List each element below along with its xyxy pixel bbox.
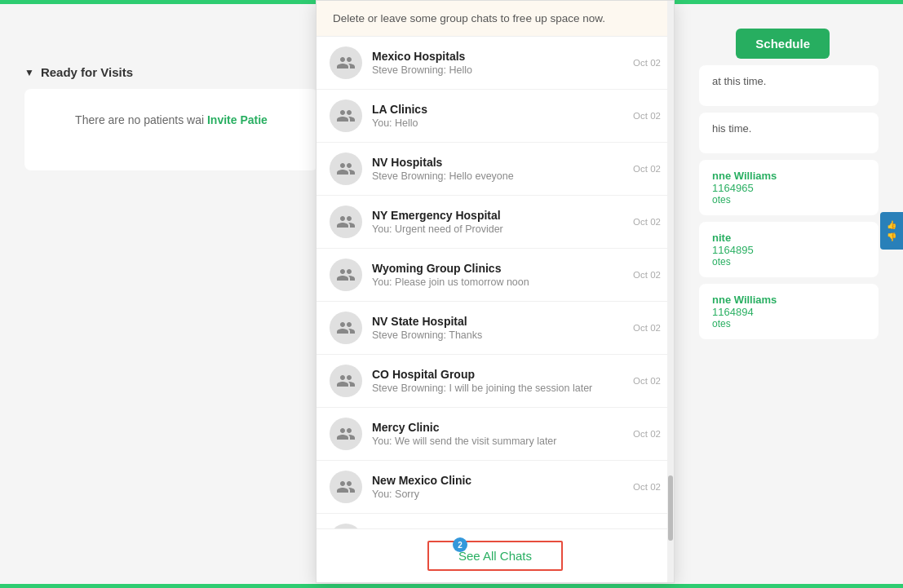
chat-name: Mexico Hospitals xyxy=(372,50,626,63)
chat-list-item[interactable]: NY Emergency Hospital You: Urgent need o… xyxy=(316,196,674,249)
notes-link-1[interactable]: otes xyxy=(712,194,865,206)
chat-name: LA Clinics xyxy=(372,103,626,116)
scrollbar-thumb[interactable] xyxy=(668,475,673,541)
no-patients-card: There are no patients wai Invite Patie xyxy=(24,89,318,170)
info-card-3: nne Williams 1164965 otes xyxy=(699,160,879,215)
ready-for-visits-section: ▼ Ready for Visits There are no patients… xyxy=(24,65,318,170)
chat-list-item[interactable]: NV Hospitals Steve Browning: Hello eveyo… xyxy=(316,143,674,196)
chat-avatar xyxy=(330,153,362,185)
chat-avatar xyxy=(330,471,362,503)
chat-preview: Steve Browning: Thanks xyxy=(372,329,626,341)
chat-content: NV Hospitals Steve Browning: Hello eveyo… xyxy=(372,156,626,182)
chat-preview: You: We will send the visit summary late… xyxy=(372,435,626,447)
chat-dropdown-panel: Delete or leave some group chats to free… xyxy=(316,0,675,583)
chevron-down-icon: ▼ xyxy=(24,67,34,78)
chat-list-item[interactable]: NV State Hospital Steve Browning: Thanks… xyxy=(316,302,674,355)
chat-list-item[interactable]: New Mexico Clinic You: Sorry Oct 02 xyxy=(316,461,674,514)
chat-date: Oct 02 xyxy=(633,323,661,333)
ready-title: ▼ Ready for Visits xyxy=(24,65,318,79)
chat-date: Oct 02 xyxy=(633,270,661,280)
chat-preview: You: Please join us tomorrow noon xyxy=(372,276,626,288)
thumbs-up-icon: 👍 xyxy=(887,220,896,229)
chat-name: CO Hospital Group xyxy=(372,368,626,381)
info-card-4: nite 1164895 otes xyxy=(699,222,879,277)
bottom-green-bar xyxy=(0,584,903,588)
chat-content: Wyoming Group Clinics You: Please join u… xyxy=(372,262,626,288)
chat-preview: Steve Browning: I will be joining the se… xyxy=(372,382,626,394)
chat-name: NV State Hospital xyxy=(372,315,626,328)
chat-list-item[interactable]: Mexico Hospitals Steve Browning: Hello O… xyxy=(316,37,674,90)
chat-list-item[interactable]: Mercy Clinic You: We will send the visit… xyxy=(316,408,674,461)
schedule-button[interactable]: Schedule xyxy=(736,29,830,59)
see-all-outline: See All Chats xyxy=(427,541,563,571)
chat-content: Mercy Clinic You: We will send the visit… xyxy=(372,421,626,447)
see-all-footer: 2 See All Chats xyxy=(316,528,674,582)
info-card-5: nne Williams 1164894 otes xyxy=(699,284,879,339)
chat-preview: You: Hello xyxy=(372,117,626,129)
invite-patients-link[interactable]: Invite Patie xyxy=(207,113,268,126)
chat-list-item[interactable]: LA Clinics You: Hello Oct 02 xyxy=(316,90,674,143)
chat-preview: You: Urgent need of Provider xyxy=(372,223,626,235)
chat-avatar xyxy=(330,259,362,291)
chat-avatar xyxy=(330,418,362,450)
chat-date: Oct 02 xyxy=(633,482,661,492)
chat-name: NY Emergency Hospital xyxy=(372,209,626,222)
chat-avatar xyxy=(330,206,362,238)
chat-content: New Mexico Clinic You: Sorry xyxy=(372,474,626,500)
chat-date: Oct 02 xyxy=(633,429,661,439)
chat-list-item[interactable]: Wyoming Group Clinics You: Please join u… xyxy=(316,249,674,302)
badge-count: 2 xyxy=(453,537,467,552)
notes-link-2[interactable]: otes xyxy=(712,256,865,267)
chat-name: Wyoming Group Clinics xyxy=(372,262,626,275)
chat-content: NV State Hospital Steve Browning: Thanks xyxy=(372,315,626,341)
chat-preview: You: Sorry xyxy=(372,489,626,500)
chat-content: CO Hospital Group Steve Browning: I will… xyxy=(372,368,626,394)
chat-avatar xyxy=(330,99,362,132)
chat-content: LA Clinics You: Hello xyxy=(372,103,626,129)
chat-date: Oct 02 xyxy=(633,111,661,121)
chat-list-item[interactable]: CO Hospital Group Steve Browning: I will… xyxy=(316,355,674,408)
chat-list-item[interactable]: Idaho Clinic You: You're welcome Oct 02 xyxy=(316,514,674,528)
right-info-cards: at this time. his time. nne Williams 116… xyxy=(699,65,879,339)
chat-name: New Mexico Clinic xyxy=(372,474,626,487)
chat-name: NV Hospitals xyxy=(372,156,626,169)
chat-preview: Steve Browning: Hello eveyone xyxy=(372,170,626,182)
chat-name: Mercy Clinic xyxy=(372,421,626,434)
chat-content: NY Emergency Hospital You: Urgent need o… xyxy=(372,209,626,235)
chat-list[interactable]: Mexico Hospitals Steve Browning: Hello O… xyxy=(316,37,674,528)
warning-banner: Delete or leave some group chats to free… xyxy=(316,1,674,37)
scrollbar-track[interactable] xyxy=(667,1,674,582)
info-card-1: at this time. xyxy=(699,65,879,106)
thumbs-down-icon: 👎 xyxy=(887,232,896,241)
notes-link-3[interactable]: otes xyxy=(712,318,865,329)
info-card-2: his time. xyxy=(699,113,879,153)
chat-content: Mexico Hospitals Steve Browning: Hello xyxy=(372,50,626,76)
chat-avatar xyxy=(330,365,362,397)
chat-preview: Steve Browning: Hello xyxy=(372,64,626,76)
feedback-tab[interactable]: 👍 👎 xyxy=(880,212,903,250)
chat-date: Oct 02 xyxy=(633,217,661,227)
chat-date: Oct 02 xyxy=(633,58,661,68)
chat-date: Oct 02 xyxy=(633,376,661,386)
chat-date: Oct 02 xyxy=(633,164,661,174)
chat-avatar xyxy=(330,312,362,344)
chat-avatar xyxy=(330,46,362,79)
